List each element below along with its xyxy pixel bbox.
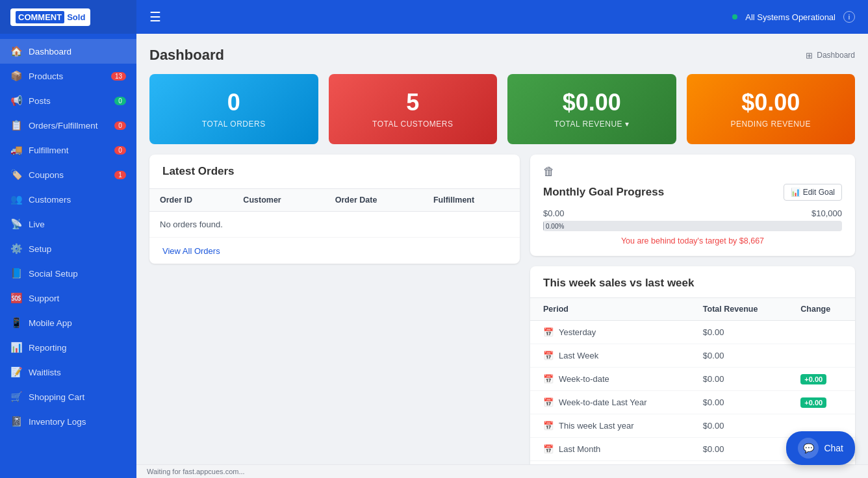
info-icon[interactable]: i	[843, 11, 855, 23]
edit-goal-button[interactable]: 📊 Edit Goal	[784, 184, 842, 201]
weekly-revenue: $0.00	[690, 320, 787, 344]
weekly-period: 📅Week-to-date	[530, 368, 690, 391]
sidebar-item-setup[interactable]: ⚙️ Setup	[0, 236, 136, 261]
stat-card-total-customers: 5 TOTAL CUSTOMERS	[329, 74, 498, 144]
nav-icon: 📝	[10, 366, 22, 378]
orders-table: Order IDCustomerOrder DateFulfillment No…	[149, 189, 520, 238]
weekly-revenue: $0.00	[690, 344, 787, 368]
goal-current: $0.00	[543, 208, 565, 218]
nav-icon: 🏠	[10, 45, 22, 57]
view-all-link[interactable]: View All Orders	[162, 246, 220, 256]
nav-label: Shopping Cart	[29, 392, 84, 402]
topbar: ☰ All Systems Operational i	[136, 0, 868, 34]
orders-col-customer: Customer	[233, 189, 324, 212]
sidebar-item-coupons[interactable]: 🏷️ Coupons 1	[0, 162, 136, 187]
chat-label: Chat	[824, 443, 843, 453]
nav-label: Setup	[29, 244, 51, 254]
sidebar-nav: 🏠 Dashboard 📦 Products 13📢 Posts 0📋 Orde…	[0, 34, 136, 478]
nav-label: Customers	[29, 195, 71, 205]
stat-label: TOTAL CUSTOMERS	[372, 120, 453, 129]
stat-card-total-orders: 0 TOTAL ORDERS	[149, 74, 318, 144]
sidebar-item-posts[interactable]: 📢 Posts 0	[0, 88, 136, 113]
nav-icon: ⚙️	[10, 243, 22, 255]
goal-icon: 🗑	[543, 165, 842, 179]
logo-comment: COMMENT	[16, 11, 64, 23]
progress-bar-background: 0.00%	[543, 221, 842, 231]
nav-label: Coupons	[29, 170, 64, 180]
sidebar-item-mobile-app[interactable]: 📱 Mobile App	[0, 310, 136, 335]
calendar-icon: 📅	[543, 327, 554, 337]
stats-row: 0 TOTAL ORDERS5 TOTAL CUSTOMERS$0.00 TOT…	[149, 74, 855, 144]
sidebar-item-inventory-logs[interactable]: 📓 Inventory Logs	[0, 409, 136, 434]
orders-col-order-date: Order Date	[325, 189, 423, 212]
nav-label: Social Setup	[29, 269, 78, 279]
right-column: 🗑 Monthly Goal Progress 📊 Edit Goal $0.0…	[530, 155, 855, 464]
nav-label: Posts	[29, 96, 51, 106]
goal-header: Monthly Goal Progress 📊 Edit Goal	[543, 184, 842, 201]
sidebar-item-reporting[interactable]: 📊 Reporting	[0, 335, 136, 360]
weekly-revenue: $0.00	[690, 391, 787, 414]
latest-orders-card: Latest Orders Order IDCustomerOrder Date…	[149, 155, 520, 264]
nav-icon: 📓	[10, 416, 22, 427]
stat-card-pending-revenue: $0.00 PENDING REVENUE	[687, 74, 856, 144]
calendar-icon: 📅	[543, 351, 554, 360]
bar-chart-icon: 📊	[791, 188, 800, 197]
progress-label: 0.00%	[546, 222, 564, 229]
logo[interactable]: COMMENT Sold	[0, 0, 136, 34]
chat-button[interactable]: 💬 Chat	[786, 431, 855, 465]
weekly-row: 📅Last Week$0.00	[530, 344, 855, 368]
nav-icon: 📢	[10, 95, 22, 107]
weekly-period: 📅Last Month	[530, 438, 690, 461]
nav-label: Fulfillment	[29, 145, 69, 155]
goal-target: $10,000	[811, 208, 842, 218]
stat-label: TOTAL ORDERS	[202, 120, 266, 129]
nav-label: Support	[29, 294, 59, 303]
sidebar-item-support[interactable]: 🆘 Support	[0, 286, 136, 310]
latest-orders-title: Latest Orders	[162, 165, 507, 178]
breadcrumb-label: Dashboard	[817, 51, 855, 60]
chat-icon: 💬	[798, 438, 819, 459]
goal-amounts: $0.00 $10,000	[543, 208, 842, 218]
view-all-orders[interactable]: View All Orders	[149, 238, 520, 264]
calendar-icon: 📅	[543, 421, 554, 431]
nav-label: Mobile App	[29, 318, 72, 328]
goal-title: Monthly Goal Progress	[543, 186, 664, 199]
nav-icon: 📋	[10, 120, 22, 131]
stat-number: $0.00	[563, 90, 621, 116]
change-badge: +0.00	[800, 374, 826, 384]
weekly-change	[787, 320, 855, 344]
sidebar: COMMENT Sold 🏠 Dashboard 📦 Products 13📢 …	[0, 0, 136, 478]
nav-badge: 0	[114, 121, 126, 130]
sidebar-item-customers[interactable]: 👥 Customers	[0, 187, 136, 212]
sidebar-item-waitlists[interactable]: 📝 Waitlists	[0, 360, 136, 384]
sidebar-item-products[interactable]: 📦 Products 13	[0, 64, 136, 88]
hamburger-icon[interactable]: ☰	[149, 9, 161, 25]
nav-label: Dashboard	[29, 47, 71, 57]
left-column: Latest Orders Order IDCustomerOrder Date…	[149, 155, 520, 464]
calendar-icon: 📅	[543, 397, 554, 407]
page-title: Dashboard	[149, 47, 224, 64]
weekly-change: +0.00	[787, 391, 855, 414]
nav-label: Waitlists	[29, 368, 61, 377]
weekly-period: 📅Last Week	[530, 344, 690, 368]
sidebar-item-fulfillment[interactable]: 🚚 Fulfillment 0	[0, 138, 136, 162]
sidebar-item-live[interactable]: 📡 Live	[0, 212, 136, 236]
sidebar-item-shopping-cart[interactable]: 🛒 Shopping Cart	[0, 384, 136, 409]
weekly-revenue: $0.00	[690, 368, 787, 391]
sidebar-item-social-setup[interactable]: 📘 Social Setup	[0, 261, 136, 286]
weekly-col-total-revenue: Total Revenue	[690, 298, 787, 321]
sidebar-item-orders-fulfillment[interactable]: 📋 Orders/Fulfillment 0	[0, 113, 136, 138]
monthly-goal-card: 🗑 Monthly Goal Progress 📊 Edit Goal $0.0…	[530, 155, 855, 256]
stat-number: 5	[406, 90, 419, 116]
nav-icon: 📡	[10, 218, 22, 230]
nav-icon: 🆘	[10, 292, 22, 304]
latest-orders-body: Order IDCustomerOrder DateFulfillment No…	[149, 189, 520, 264]
nav-label: Products	[29, 71, 63, 81]
weekly-period: 📅Week-to-date Last Year	[530, 391, 690, 414]
two-col-layout: Latest Orders Order IDCustomerOrder Date…	[149, 155, 855, 464]
weekly-row: 📅Yesterday$0.00	[530, 320, 855, 344]
no-orders-message: No orders found.	[149, 211, 520, 237]
weekly-change	[787, 344, 855, 368]
nav-badge: 0	[114, 97, 126, 105]
sidebar-item-dashboard[interactable]: 🏠 Dashboard	[0, 39, 136, 64]
